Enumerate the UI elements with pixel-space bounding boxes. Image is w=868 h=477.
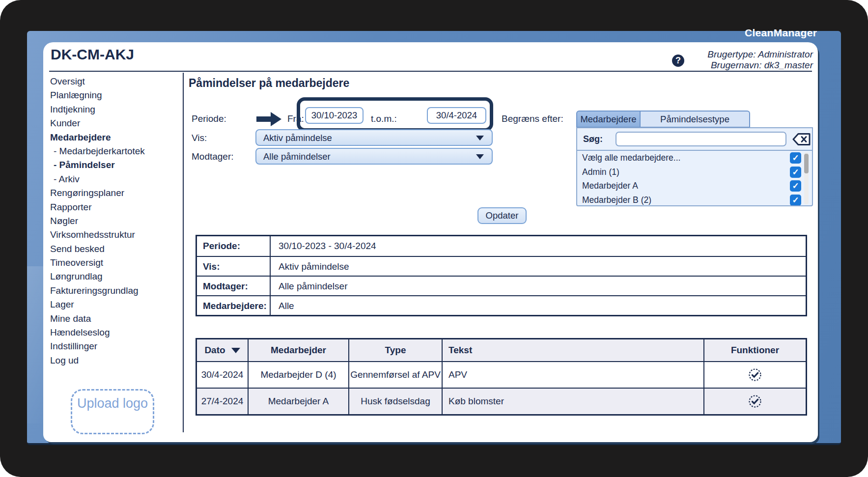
brand-logo: CleanManager (745, 27, 817, 39)
reminders-table: Dato Medarbejder Type Tekst Funktioner 3… (196, 338, 807, 416)
summary-label: Modtager: (197, 277, 271, 295)
checkbox-checked[interactable]: ✓ (790, 152, 801, 164)
tom-date-input[interactable] (427, 107, 486, 124)
sidebar-item-faktureringsgrundlag[interactable]: Faktureringsgrundlag (50, 284, 179, 298)
vis-dropdown[interactable]: Aktiv påmindelse (255, 129, 493, 146)
user-type: Brugertype: Administrator (707, 49, 813, 60)
list-item-medarbejder-b[interactable]: Medarbejder B (2) ✓ (577, 193, 812, 206)
sidebar-item-send-besked[interactable]: Send besked (50, 242, 179, 256)
annotation-arrow-icon (256, 112, 282, 127)
summary-value: Alle (271, 296, 806, 315)
table-row: Medarbejdere: Alle (197, 295, 806, 315)
vis-dropdown-value: Aktiv påmindelse (263, 133, 332, 143)
cell-medarbejder: Medarbejder A (249, 389, 349, 414)
sort-descending-icon (231, 348, 240, 353)
modtager-dropdown-value: Alle påmindelser (263, 151, 331, 162)
cell-dato: 30/4-2024 (197, 362, 249, 388)
table-row: Modtager: Alle påmindelser (197, 276, 806, 295)
table-row: Vis: Aktiv påmindelse (197, 256, 806, 276)
search-row: Søg: (577, 128, 812, 151)
sidebar-item-løngrundlag[interactable]: Løngrundlag (50, 270, 179, 283)
list-item-admin[interactable]: Admin (1) ✓ (577, 165, 812, 179)
chevron-down-icon (476, 136, 484, 140)
summary-table: Periode: 30/10-2023 - 30/4-2024 Vis: Akt… (196, 235, 807, 316)
cell-funktioner (704, 389, 806, 414)
sidebar-item-lager[interactable]: Lager (50, 298, 179, 311)
help-icon[interactable]: ? (672, 55, 684, 67)
cell-type: Husk fødselsdag (349, 389, 443, 414)
checkbox-checked[interactable]: ✓ (790, 180, 801, 192)
user-info: Brugertype: Administrator Brugernavn: dk… (707, 49, 813, 71)
header-divider (49, 71, 812, 72)
sidebar-item-kunder[interactable]: Kunder (50, 116, 179, 130)
sidebar-item-nøgler[interactable]: Nøgler (50, 214, 179, 228)
vis-label: Vis: (192, 133, 207, 143)
opdater-button[interactable]: Opdater (477, 207, 527, 224)
backspace-icon (792, 133, 811, 146)
sidebar-item-indstillinger[interactable]: Indstillinger (50, 339, 179, 353)
sidebar-item-rapporter[interactable]: Rapporter (50, 200, 179, 214)
modtager-dropdown[interactable]: Alle påmindelser (255, 148, 493, 165)
cell-tekst: APV (443, 362, 704, 388)
complete-check-icon[interactable] (748, 367, 762, 382)
sidebar-item-hændelseslog[interactable]: Hændelseslog (50, 326, 179, 339)
sidebar-item-mine-data[interactable]: Mine data (50, 312, 179, 326)
employee-filter-panel: Søg: Vælg alle medarbejdere... ✓ Admin (… (576, 127, 813, 206)
cell-medarbejder: Medarbejder D (4) (249, 362, 349, 388)
sidebar-item-arkiv[interactable]: - Arkiv (50, 172, 179, 186)
cell-dato: 27/4-2024 (197, 389, 249, 414)
clear-search-button[interactable] (792, 133, 811, 146)
search-label: Søg: (583, 134, 603, 144)
account-title: DK-CM-AKJ (51, 46, 134, 63)
column-header-dato[interactable]: Dato (197, 339, 249, 361)
cell-funktioner (704, 362, 806, 388)
sidebar-item-planlægning[interactable]: Planlægning (50, 88, 179, 102)
fra-date-input[interactable] (305, 107, 364, 124)
sidebar-item-log-ud[interactable]: Log ud (50, 354, 179, 367)
tab-paamindelsestype[interactable]: Påmindelsestype (641, 111, 750, 128)
column-header-label: Dato (204, 345, 225, 356)
app-panel: DK-CM-AKJ ? Brugertype: Administrator Br… (43, 42, 818, 442)
sidebar-item-timeoversigt[interactable]: Timeoversigt (50, 256, 179, 270)
summary-value: Aktiv påmindelse (271, 257, 806, 276)
sidebar-item-indtjekning[interactable]: Indtjekning (50, 103, 179, 116)
list-item-medarbejder-a[interactable]: Medarbejder A ✓ (577, 179, 812, 193)
table-header-row: Dato Medarbejder Type Tekst Funktioner (197, 339, 806, 361)
list-item-select-all[interactable]: Vælg alle medarbejdere... ✓ (577, 151, 812, 165)
sidebar-item-rengøringsplaner[interactable]: Rengøringsplaner (50, 186, 179, 200)
scrollbar-thumb[interactable] (804, 154, 809, 173)
employee-list: Vælg alle medarbejdere... ✓ Admin (1) ✓ … (577, 151, 812, 205)
table-row: 27/4-2024 Medarbejder A Husk fødselsdag … (197, 388, 806, 414)
chevron-down-icon (476, 154, 484, 159)
column-header-type[interactable]: Type (349, 339, 443, 361)
list-scrollbar[interactable] (804, 152, 809, 204)
sidebar-item-medarbejdere[interactable]: Medarbejdere (50, 131, 179, 144)
summary-value: Alle påmindelser (271, 277, 806, 295)
begraens-label: Begræns efter: (502, 113, 563, 124)
sidebar-item-virksomhedsstruktur[interactable]: Virksomhedsstruktur (50, 228, 179, 242)
column-header-medarbejder[interactable]: Medarbejder (249, 339, 349, 361)
page-title: Påmindelser på medarbejdere (189, 77, 349, 90)
cell-type: Gennemførsel af APV (349, 362, 443, 388)
cell-tekst: Køb blomster (443, 389, 704, 414)
tom-label: t.o.m.: (371, 113, 397, 124)
summary-label: Medarbejdere: (197, 296, 271, 315)
complete-check-icon[interactable] (748, 394, 762, 409)
search-input[interactable] (616, 132, 786, 146)
user-name: Brugernavn: dk3_master (707, 60, 813, 71)
checkbox-checked[interactable]: ✓ (790, 195, 801, 206)
list-item-label: Vælg alle medarbejdere... (582, 153, 680, 163)
list-item-label: Medarbejder B (2) (582, 195, 651, 205)
table-row: Periode: 30/10-2023 - 30/4-2024 (197, 236, 806, 256)
sidebar-nav: OversigtPlanlægningIndtjekningKunderMeda… (50, 75, 179, 367)
filter-tabs: Medarbejdere Påmindelsestype (576, 111, 750, 128)
checkbox-checked[interactable]: ✓ (790, 167, 801, 178)
sidebar-item-medarbejderkartotek[interactable]: - Medarbejderkartotek (50, 144, 179, 158)
column-header-tekst[interactable]: Tekst (443, 339, 704, 361)
modtager-label: Modtager: (192, 151, 234, 162)
upload-logo-button[interactable]: Upload logo (71, 389, 154, 434)
tab-medarbejdere[interactable]: Medarbejdere (576, 111, 641, 128)
list-item-label: Admin (1) (582, 167, 619, 177)
sidebar-item-oversigt[interactable]: Oversigt (50, 75, 179, 88)
sidebar-item-påmindelser[interactable]: - Påmindelser (50, 158, 179, 172)
